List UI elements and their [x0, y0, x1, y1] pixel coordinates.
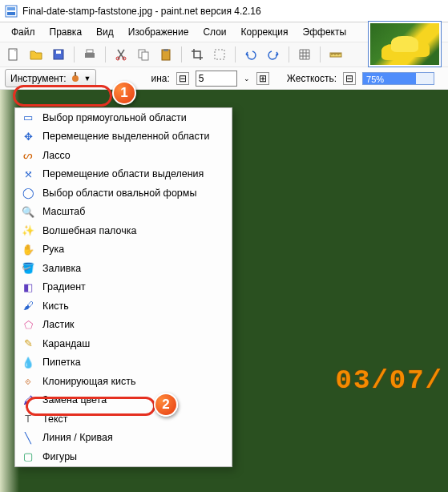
- undo-button[interactable]: [242, 46, 260, 63]
- menu-layers[interactable]: Слои: [196, 25, 232, 39]
- ruler-button[interactable]: [327, 46, 345, 63]
- svg-rect-14: [215, 50, 224, 59]
- tool-item-lasso[interactable]: ᔕЛассо: [15, 146, 232, 165]
- clone-stamp-icon: [70, 71, 81, 85]
- menu-image[interactable]: Изображение: [122, 25, 196, 39]
- tool-item-label: Волшебная палочка: [42, 225, 136, 236]
- document-thumbnail[interactable]: [368, 21, 442, 67]
- tool-item-label: Карандаш: [42, 338, 90, 349]
- tool-item-move-pixels[interactable]: ⤧Перемещение области выделения: [15, 165, 232, 184]
- clone-stamp-icon: ⟐: [22, 375, 34, 388]
- separator: [105, 46, 106, 63]
- tool-item-label: Перемещение выделенной области: [42, 131, 209, 142]
- tool-item-fill[interactable]: 🪣Заливка: [15, 259, 232, 278]
- lasso-icon: ᔕ: [22, 149, 34, 162]
- tool-item-label: Линия / Кривая: [42, 432, 113, 443]
- hardness-value: 75%: [366, 73, 384, 86]
- tool-item-label: Ластик: [42, 319, 75, 330]
- zoom-icon: 🔍: [22, 205, 34, 218]
- tool-item-label: Выбор прямоугольной области: [42, 112, 187, 123]
- tool-item-gradient[interactable]: ◧Градиент: [15, 278, 232, 297]
- tool-item-label: Масштаб: [42, 206, 85, 217]
- width-decrease-button[interactable]: ⊟: [176, 72, 189, 85]
- save-button[interactable]: [50, 46, 67, 63]
- tool-item-pencil[interactable]: ✎Карандаш: [15, 334, 232, 353]
- menu-adjust[interactable]: Коррекция: [235, 25, 295, 39]
- deselect-button[interactable]: [211, 46, 228, 63]
- date-stamp-text: 03/07/: [336, 365, 443, 396]
- titlebar: Final-date-stamp-faststone.jpg - paint.n…: [0, 0, 448, 22]
- tool-item-shapes[interactable]: ▢Фигуры: [15, 447, 232, 466]
- separator: [235, 46, 236, 63]
- hardness-decrease-button[interactable]: ⊟: [343, 72, 356, 85]
- tool-item-eyedropper[interactable]: 💧Пипетка: [15, 353, 232, 373]
- cut-button[interactable]: [112, 46, 130, 63]
- tool-item-label: Клонирующая кисть: [42, 376, 135, 387]
- tool-item-eraser[interactable]: ⬠Ластик: [15, 316, 232, 335]
- open-button[interactable]: [27, 46, 45, 63]
- svg-rect-11: [142, 52, 148, 60]
- chevron-down-icon: ▼: [84, 75, 91, 83]
- tool-item-label: Лассо: [42, 150, 71, 161]
- tool-item-move-selection[interactable]: ✥Перемещение выделенной области: [15, 127, 232, 147]
- rect-select-icon: ▭: [22, 111, 34, 124]
- move-pixels-icon: ⤧: [22, 167, 34, 180]
- paste-button[interactable]: [157, 46, 175, 63]
- tool-item-label: Кисть: [42, 300, 69, 312]
- tool-item-brush[interactable]: 🖌Кисть: [15, 296, 232, 316]
- move-selection-icon: ✥: [22, 130, 34, 143]
- eyedropper-icon: 💧: [22, 356, 34, 369]
- hardness-slider[interactable]: 75%: [362, 72, 434, 85]
- separator: [74, 46, 75, 63]
- svg-rect-7: [87, 50, 93, 53]
- copy-button[interactable]: [135, 46, 152, 63]
- print-button[interactable]: [81, 46, 99, 63]
- width-input[interactable]: [196, 71, 237, 87]
- svg-rect-17: [75, 72, 76, 76]
- annotation-ring-2: [26, 397, 155, 416]
- tool-item-label: Фигуры: [42, 451, 77, 462]
- crop-button[interactable]: [188, 46, 206, 63]
- tool-item-label: Рука: [42, 244, 64, 255]
- annotation-badge-2: 2: [154, 393, 178, 417]
- window-title: Final-date-stamp-faststone.jpg - paint.n…: [22, 6, 261, 17]
- gradient-icon: ◧: [22, 280, 34, 293]
- new-button[interactable]: [5, 46, 22, 63]
- separator: [181, 46, 182, 63]
- svg-rect-1: [7, 7, 15, 10]
- hand-icon: ✋: [22, 243, 34, 256]
- svg-rect-13: [163, 49, 168, 51]
- chevron-down-icon[interactable]: ⌄: [244, 75, 250, 83]
- menu-edit[interactable]: Правка: [43, 25, 89, 39]
- tool-item-label: Градиент: [42, 281, 86, 292]
- redo-button[interactable]: [264, 46, 282, 63]
- svg-rect-6: [85, 53, 95, 58]
- tool-item-label: Заливка: [42, 263, 81, 274]
- svg-point-16: [72, 75, 79, 82]
- tool-item-hand[interactable]: ✋Рука: [15, 240, 232, 260]
- grid-button[interactable]: [296, 46, 313, 63]
- tool-item-label: Перемещение области выделения: [42, 168, 204, 179]
- menu-file[interactable]: Файл: [5, 25, 42, 39]
- app-icon: [5, 5, 18, 18]
- tool-item-line[interactable]: ╲Линия / Кривая: [15, 429, 232, 448]
- tool-item-clone-stamp[interactable]: ⟐Клонирующая кисть: [15, 372, 232, 391]
- eraser-icon: ⬠: [22, 318, 34, 331]
- svg-rect-5: [56, 50, 61, 54]
- menu-effects[interactable]: Эффекты: [297, 25, 353, 39]
- pencil-icon: ✎: [22, 337, 34, 350]
- width-increase-button[interactable]: ⊞: [256, 72, 269, 85]
- annotation-badge-1: 1: [112, 81, 136, 105]
- brush-icon: 🖌: [22, 300, 34, 313]
- tool-item-magic-wand[interactable]: ✨Волшебная палочка: [15, 221, 232, 240]
- tool-item-rect-select[interactable]: ▭Выбор прямоугольной области: [15, 108, 232, 127]
- tool-item-label: Выбор области овальной формы: [42, 188, 196, 199]
- tool-label: Инструмент:: [10, 73, 67, 84]
- tool-item-zoom[interactable]: 🔍Масштаб: [15, 203, 232, 222]
- hardness-label: Жесткость:: [287, 73, 337, 84]
- width-partial-label: ина:: [151, 73, 169, 84]
- menu-view[interactable]: Вид: [90, 25, 120, 39]
- ellipse-select-icon: ◯: [22, 187, 34, 200]
- annotation-ring-1: [13, 85, 112, 107]
- tool-item-ellipse-select[interactable]: ◯Выбор области овальной формы: [15, 183, 232, 203]
